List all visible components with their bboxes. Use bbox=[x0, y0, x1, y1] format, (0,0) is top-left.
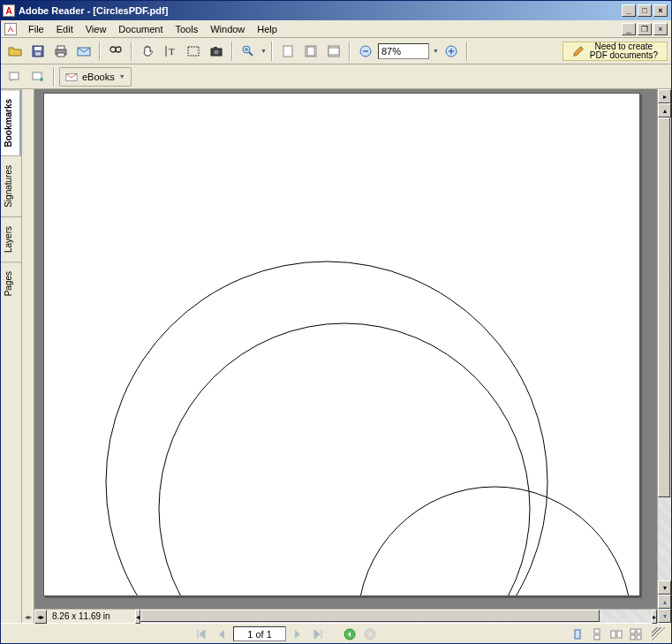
open-button[interactable] bbox=[4, 41, 26, 62]
svg-rect-43 bbox=[617, 631, 622, 638]
status-bar bbox=[1, 623, 671, 644]
mdi-minimize-button[interactable]: _ bbox=[622, 23, 636, 35]
continuous-facing-button[interactable] bbox=[627, 625, 645, 643]
mdi-restore-button[interactable]: ❐ bbox=[638, 23, 652, 35]
separator bbox=[53, 67, 55, 87]
document-area: ◂▸ ◂▸ 8.26 x 11.69 in ◂ ▸ bbox=[22, 89, 671, 623]
separator bbox=[466, 42, 468, 61]
close-button[interactable]: × bbox=[653, 4, 668, 17]
tab-pages[interactable]: Pages bbox=[1, 261, 21, 305]
menu-file[interactable]: File bbox=[22, 22, 50, 36]
svg-rect-4 bbox=[57, 46, 64, 49]
window-titlebar: A Adobe Reader - [CirclesPDF.pdf] _ □ × bbox=[1, 1, 671, 20]
page-down-button[interactable]: ▾ bbox=[658, 609, 671, 623]
svg-rect-46 bbox=[630, 635, 635, 640]
ebooks-label: eBooks bbox=[82, 72, 115, 82]
svg-rect-30 bbox=[10, 72, 19, 80]
window-controls: _ □ × bbox=[622, 4, 668, 17]
resize-grip[interactable] bbox=[652, 627, 666, 641]
work-area: Bookmarks Signatures Layers Pages ◂▸ ◂▸ … bbox=[1, 89, 671, 623]
separator bbox=[99, 42, 101, 61]
continuous-button[interactable] bbox=[588, 625, 606, 643]
menu-help[interactable]: Help bbox=[251, 22, 283, 36]
actual-size-button[interactable] bbox=[277, 41, 298, 62]
next-page-button[interactable] bbox=[289, 625, 306, 643]
chevron-down-icon[interactable]: ▼ bbox=[433, 48, 439, 54]
menu-bar: A File Edit View Document Tools Window H… bbox=[1, 20, 671, 38]
page-dimensions-label: 8.26 x 11.69 in bbox=[47, 610, 135, 623]
vertical-scrollbar[interactable]: ▸ ▴ ▾ ▴ ▾ bbox=[657, 89, 671, 623]
promo-line2: PDF documents? bbox=[590, 50, 658, 60]
tab-layers[interactable]: Layers bbox=[1, 216, 21, 261]
search-button[interactable] bbox=[105, 41, 126, 62]
menu-edit[interactable]: Edit bbox=[50, 22, 79, 36]
menu-view[interactable]: View bbox=[79, 22, 113, 36]
print-button[interactable] bbox=[50, 41, 72, 62]
pencil-icon bbox=[572, 45, 585, 57]
svg-rect-22 bbox=[307, 47, 314, 56]
chevron-down-icon[interactable]: ▼ bbox=[260, 48, 267, 54]
mdi-close-button[interactable]: × bbox=[653, 23, 668, 35]
create-pdf-promo[interactable]: Need to createPDF documents? bbox=[563, 42, 668, 61]
svg-point-35 bbox=[159, 323, 530, 596]
last-page-button[interactable] bbox=[309, 625, 327, 643]
first-page-button[interactable] bbox=[193, 625, 210, 643]
previous-view-button[interactable] bbox=[341, 625, 359, 643]
zoom-out-button[interactable] bbox=[355, 41, 376, 62]
facing-button[interactable] bbox=[608, 625, 625, 643]
review-comment-button[interactable] bbox=[27, 66, 49, 87]
horizontal-scrollbar[interactable]: ◂ ▸ bbox=[135, 610, 657, 623]
tab-bookmarks[interactable]: Bookmarks bbox=[1, 89, 21, 155]
single-page-button[interactable] bbox=[569, 625, 586, 643]
maximize-button[interactable]: □ bbox=[638, 4, 652, 17]
select-image-tool-button[interactable] bbox=[183, 41, 204, 62]
svg-rect-47 bbox=[637, 635, 641, 640]
svg-rect-41 bbox=[594, 635, 600, 640]
page-navigation bbox=[193, 625, 379, 643]
page-layout-group bbox=[569, 625, 645, 643]
zoom-in-button[interactable] bbox=[238, 41, 259, 62]
select-text-tool-button[interactable]: T bbox=[160, 41, 181, 62]
adobe-reader-icon: A bbox=[3, 4, 15, 17]
email-button[interactable] bbox=[73, 41, 94, 62]
document-icon: A bbox=[4, 23, 17, 35]
menu-document[interactable]: Document bbox=[112, 22, 169, 36]
svg-rect-5 bbox=[57, 53, 64, 57]
separator bbox=[231, 42, 233, 61]
svg-rect-40 bbox=[594, 629, 600, 633]
snapshot-tool-button[interactable] bbox=[206, 41, 227, 62]
page-viewport[interactable] bbox=[34, 89, 657, 609]
pdf-page bbox=[43, 93, 640, 596]
next-view-button[interactable] bbox=[361, 625, 379, 643]
minimize-button[interactable]: _ bbox=[622, 4, 636, 17]
ebooks-button[interactable]: eBooks ▼ bbox=[59, 67, 132, 87]
window-title: Adobe Reader - [CirclesPDF.pdf] bbox=[19, 5, 622, 16]
tab-signatures[interactable]: Signatures bbox=[1, 155, 21, 216]
scroll-menu-button[interactable]: ▸ bbox=[658, 89, 671, 103]
svg-point-14 bbox=[215, 49, 219, 54]
ebooks-icon bbox=[65, 71, 78, 83]
menu-window[interactable]: Window bbox=[204, 22, 251, 36]
page-up-button[interactable]: ▴ bbox=[658, 595, 671, 609]
scroll-up-button[interactable]: ▴ bbox=[658, 103, 671, 117]
review-button[interactable] bbox=[4, 66, 26, 87]
svg-rect-24 bbox=[328, 48, 339, 55]
svg-rect-20 bbox=[283, 46, 292, 57]
zoom-input[interactable] bbox=[378, 43, 429, 59]
zoom-in-plus-button[interactable] bbox=[441, 41, 462, 62]
svg-line-17 bbox=[249, 52, 253, 56]
hscroll-thumb[interactable] bbox=[140, 610, 600, 622]
svg-text:T: T bbox=[169, 46, 175, 57]
gutter-arrow-icon[interactable]: ◂▸ bbox=[25, 613, 32, 621]
fit-width-button[interactable] bbox=[323, 41, 344, 62]
svg-rect-45 bbox=[637, 629, 641, 633]
fit-page-button[interactable] bbox=[300, 41, 321, 62]
gutter-toggle-button[interactable]: ◂▸ bbox=[34, 610, 47, 624]
save-button[interactable] bbox=[27, 41, 49, 62]
previous-page-button[interactable] bbox=[213, 625, 230, 643]
hand-tool-button[interactable] bbox=[137, 41, 158, 62]
page-number-input[interactable] bbox=[233, 626, 286, 641]
vscroll-thumb[interactable] bbox=[658, 117, 670, 497]
scroll-down-button[interactable]: ▾ bbox=[658, 580, 671, 595]
menu-tools[interactable]: Tools bbox=[170, 22, 205, 36]
